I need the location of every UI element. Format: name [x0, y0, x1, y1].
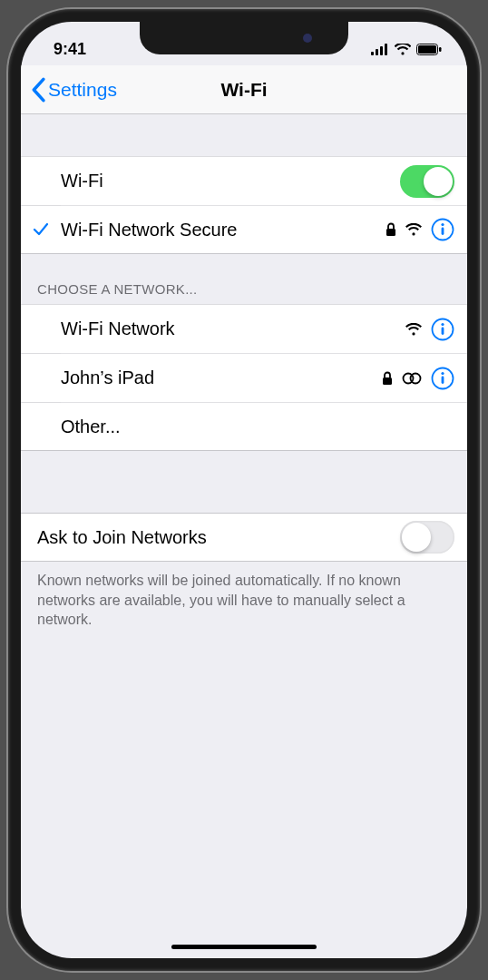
cellular-icon: [371, 44, 389, 55]
home-indicator[interactable]: [171, 945, 317, 949]
connected-network-row[interactable]: Wi-Fi Network Secure: [21, 205, 467, 254]
wifi-toggle-label: Wi-Fi: [61, 158, 400, 204]
info-button[interactable]: [431, 367, 454, 390]
svg-rect-0: [371, 52, 374, 55]
svg-rect-14: [383, 377, 392, 385]
ask-footer: Known networks will be joined automatica…: [21, 562, 467, 639]
wifi-icon: [395, 44, 411, 55]
wifi-toggle[interactable]: [400, 165, 454, 198]
network-name: John’s iPad: [61, 355, 382, 401]
info-button[interactable]: [431, 218, 454, 241]
lock-icon: [382, 371, 393, 386]
svg-rect-19: [442, 376, 444, 384]
connected-network-name: Wi-Fi Network Secure: [61, 207, 386, 253]
svg-rect-6: [439, 47, 442, 52]
svg-rect-10: [442, 228, 444, 236]
ask-to-join-row: Ask to Join Networks: [21, 513, 467, 562]
device-frame: 9:41 Settings Wi-Fi: [8, 9, 480, 971]
notch: [140, 22, 348, 54]
svg-point-9: [441, 223, 444, 226]
svg-rect-5: [418, 45, 436, 54]
nav-bar: Settings Wi-Fi: [21, 65, 467, 114]
svg-rect-7: [386, 229, 395, 236]
svg-rect-13: [442, 327, 444, 335]
status-right: [371, 44, 442, 55]
network-row[interactable]: Wi-Fi Network: [21, 304, 467, 353]
svg-rect-2: [380, 46, 383, 55]
other-label: Other...: [61, 404, 467, 450]
choose-network-header: CHOOSE A NETWORK...: [21, 254, 467, 304]
ask-label: Ask to Join Networks: [37, 514, 400, 561]
info-button[interactable]: [431, 318, 454, 341]
lock-icon: [386, 222, 396, 237]
other-network-row[interactable]: Other...: [21, 402, 467, 451]
screen: 9:41 Settings Wi-Fi: [21, 22, 467, 958]
ask-to-join-toggle[interactable]: [400, 521, 454, 554]
network-row[interactable]: John’s iPad: [21, 353, 467, 402]
battery-icon: [416, 44, 442, 55]
content: Wi-Fi Wi-Fi Network Secure CHOOSE A NETW…: [21, 114, 467, 639]
wifi-toggle-row: Wi-Fi: [21, 156, 467, 205]
svg-point-16: [411, 373, 421, 383]
wifi-signal-icon: [405, 223, 422, 236]
svg-point-12: [441, 322, 444, 325]
chevron-left-icon: [28, 77, 48, 103]
status-time: 9:41: [54, 40, 86, 59]
checkmark-icon: [21, 222, 61, 237]
hotspot-icon: [402, 372, 422, 385]
svg-point-18: [441, 371, 444, 374]
svg-rect-1: [376, 49, 378, 55]
back-label: Settings: [48, 79, 117, 101]
svg-rect-3: [385, 44, 387, 55]
network-name: Wi-Fi Network: [61, 306, 405, 352]
wifi-signal-icon: [405, 323, 422, 336]
page-title: Wi-Fi: [220, 79, 267, 101]
back-button[interactable]: Settings: [28, 77, 117, 103]
